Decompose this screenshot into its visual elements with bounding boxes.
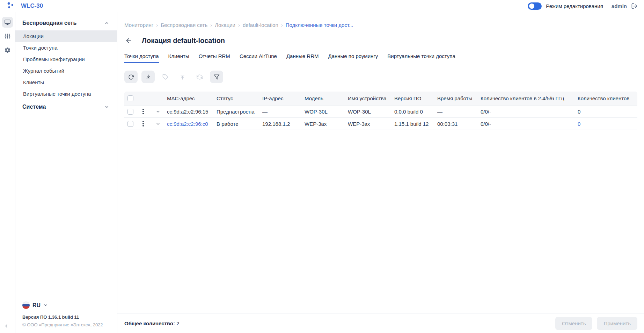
- nav-section-wireless[interactable]: Беспроводная сеть: [15, 16, 117, 30]
- nav-section-system[interactable]: Система: [15, 100, 117, 114]
- download-icon: [145, 74, 151, 80]
- main-content: Мониторинг Беспроводная сеть Локации def…: [117, 12, 644, 333]
- chevron-down-icon: [104, 104, 109, 109]
- table-row: cc:9d:a2:c2:96:15 Преднастроена — WOP-30…: [124, 106, 637, 118]
- cell-firmware: 0.0.0 build 0: [394, 109, 437, 115]
- filter-button[interactable]: [210, 71, 223, 83]
- edit-mode-toggle[interactable]: [528, 2, 542, 10]
- refresh-icon: [128, 74, 134, 80]
- monitor-icon: [4, 19, 11, 26]
- language-selector[interactable]: RU: [22, 302, 110, 309]
- total-count: Общее количество: 2: [124, 320, 180, 326]
- tag-button[interactable]: [159, 71, 172, 83]
- column-header-mac: MAC-адрес: [167, 95, 217, 101]
- tag-icon: [162, 74, 168, 80]
- cell-ip: —: [262, 109, 305, 115]
- sidebar-item-event-log[interactable]: Журнал событий: [15, 65, 117, 77]
- sidebar-item-clients[interactable]: Клиенты: [15, 77, 117, 88]
- row-checkbox[interactable]: [127, 121, 133, 127]
- breadcrumb-item-monitoring[interactable]: Мониторинг: [124, 22, 153, 28]
- rail-item-settings[interactable]: [2, 45, 13, 56]
- tab-roaming-data[interactable]: Данные по роумингу: [328, 53, 378, 63]
- cell-uptime: —: [437, 109, 481, 115]
- cell-status: В работе: [217, 121, 262, 127]
- tabs: Точки доступа Клиенты Отчеты RRM Сессии …: [117, 45, 644, 63]
- sidebar-item-access-points[interactable]: Точки доступа: [15, 42, 117, 53]
- tab-virtual-aps[interactable]: Виртуальные точки доступа: [387, 53, 455, 63]
- column-header-model: Модель: [305, 95, 348, 101]
- cell-clients-total-link[interactable]: 0: [578, 121, 637, 127]
- equalizer-icon: [4, 33, 11, 39]
- sync-button[interactable]: [193, 71, 206, 83]
- tab-access-points[interactable]: Точки доступа: [124, 53, 159, 63]
- chevron-up-icon: [104, 21, 109, 26]
- cell-mac: cc:9d:a2:c2:96:15: [167, 109, 217, 115]
- chevron-down-icon: [43, 303, 48, 307]
- nav-section-label: Система: [22, 104, 46, 110]
- firmware-version: Версия ПО 1.36.1 build 11: [22, 314, 110, 320]
- tab-clients[interactable]: Клиенты: [168, 53, 189, 63]
- row-menu-icon[interactable]: [138, 121, 149, 126]
- column-header-device-name: Имя устройства: [348, 95, 394, 101]
- rail-item-radio[interactable]: [2, 31, 13, 42]
- icon-rail: [0, 12, 15, 333]
- topbar: WLC-30 Режим редактирования admin: [0, 0, 644, 12]
- upload-button[interactable]: [176, 71, 189, 83]
- row-expand-chevron-icon[interactable]: [152, 121, 164, 126]
- upload-icon: [180, 74, 185, 80]
- logout-icon[interactable]: [631, 3, 638, 9]
- total-count-label: Общее количество:: [124, 320, 175, 326]
- tab-airtune-sessions[interactable]: Сессии AirTune: [240, 53, 277, 63]
- table-toolbar: [117, 63, 644, 83]
- cell-uptime: 00:03:31: [437, 121, 481, 127]
- back-button[interactable]: [125, 37, 132, 44]
- breadcrumb-item-connected-aps: Подключенные точки дост...: [281, 22, 353, 28]
- sidebar-item-config-problems[interactable]: Проблемы конфигурации: [15, 53, 117, 65]
- cancel-button[interactable]: Отменить: [555, 317, 593, 330]
- language-code: RU: [32, 302, 41, 309]
- filter-icon: [214, 74, 220, 80]
- cell-ip: 192.168.1.2: [262, 121, 305, 127]
- username: admin: [612, 3, 627, 9]
- chevron-left-icon: [3, 323, 9, 329]
- breadcrumb-item-locations[interactable]: Локации: [210, 22, 235, 28]
- column-header-status: Статус: [217, 95, 262, 101]
- access-points-table: MAC-адрес Статус IP-адрес Модель Имя уст…: [124, 92, 637, 130]
- breadcrumb-item-default-location[interactable]: default-location: [238, 22, 278, 28]
- breadcrumb-item-wireless[interactable]: Беспроводная сеть: [156, 22, 207, 28]
- row-checkbox[interactable]: [127, 109, 133, 115]
- select-all-checkbox[interactable]: [127, 95, 133, 101]
- cell-status: Преднастроена: [217, 109, 262, 115]
- apply-button[interactable]: Применить: [597, 317, 637, 330]
- column-header-firmware: Версия ПО: [394, 95, 437, 101]
- table-footer: Общее количество: 2 Отменить Применить: [117, 313, 644, 333]
- row-expand-chevron-icon[interactable]: [152, 109, 164, 114]
- copyright: © ООО «Предприятие «Элтекс», 2022: [22, 322, 110, 327]
- cell-model: WEP-3ax: [305, 121, 348, 127]
- tab-rrm-reports[interactable]: Отчеты RRM: [199, 53, 230, 63]
- cell-clients-by-band: 0/0/-: [481, 121, 578, 127]
- sidebar-collapse-button[interactable]: [3, 323, 9, 329]
- column-header-ip: IP-адрес: [262, 95, 305, 101]
- cell-mac-link[interactable]: cc:9d:a2:c2:96:c0: [167, 121, 217, 127]
- refresh-button[interactable]: [124, 71, 138, 83]
- edit-mode-label: Режим редактирования: [546, 3, 603, 9]
- row-menu-icon[interactable]: [138, 109, 149, 114]
- tab-rrm-data[interactable]: Данные RRM: [286, 53, 319, 63]
- russian-flag-icon: [22, 302, 30, 309]
- total-count-value: 2: [176, 320, 179, 326]
- cell-device-name: WOP-30L: [348, 109, 394, 115]
- table-row: cc:9d:a2:c2:96:c0 В работе 192.168.1.2 W…: [124, 118, 637, 130]
- gear-icon: [4, 47, 11, 53]
- sidebar-item-virtual-aps[interactable]: Виртуальные точки доступа: [15, 88, 117, 100]
- page-title: Локация default-location: [142, 37, 225, 45]
- nav-section-label: Беспроводная сеть: [22, 20, 76, 26]
- nav-sidebar: Беспроводная сеть Локации Точки доступа …: [15, 12, 117, 333]
- sync-icon: [197, 74, 203, 80]
- cell-device-name: WEP-3ax: [348, 121, 394, 127]
- rail-item-monitoring[interactable]: [2, 17, 13, 28]
- cell-model: WOP-30L: [305, 109, 348, 115]
- download-button[interactable]: [141, 71, 155, 83]
- cell-clients-by-band: 0/0/-: [481, 109, 578, 115]
- sidebar-item-locations[interactable]: Локации: [15, 30, 117, 42]
